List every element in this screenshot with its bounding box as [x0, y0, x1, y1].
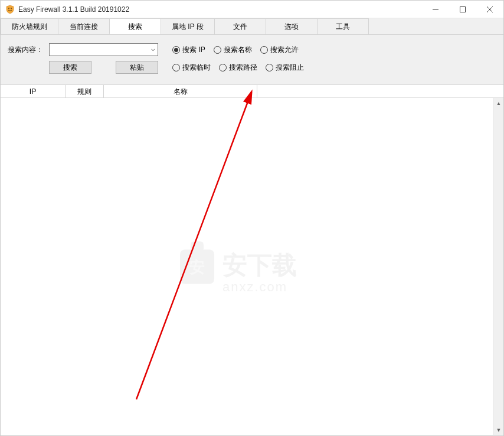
- watermark: 安 安下载 anxz.com: [175, 233, 329, 300]
- table-body: 安 安下载 anxz.com ▲ ▼: [1, 98, 503, 435]
- search-panel: 搜索内容： 搜索 IP 搜索名称 搜索允许 搜索 粘贴 搜索临时: [1, 35, 503, 84]
- window-titlebar: Easy Firewall 3.1.1 Build 20191022: [1, 1, 503, 18]
- window-title: Easy Firewall 3.1.1 Build 20191022: [18, 5, 422, 14]
- close-button[interactable]: [476, 1, 503, 18]
- radio-label: 搜索允许: [270, 45, 299, 55]
- paste-button[interactable]: 粘贴: [116, 61, 158, 74]
- radio-search-name[interactable]: 搜索名称: [214, 45, 252, 55]
- radio-label: 搜索路径: [229, 63, 257, 73]
- search-button[interactable]: 搜索: [49, 61, 91, 74]
- table-header: IP 规则 名称: [1, 85, 503, 98]
- watermark-text: 安下载: [222, 251, 297, 279]
- tab-search[interactable]: 搜索: [109, 18, 161, 34]
- scroll-up-icon: ▲: [494, 98, 503, 108]
- svg-rect-6: [180, 250, 214, 284]
- svg-rect-3: [460, 6, 466, 12]
- tab-ip-ranges[interactable]: 属地 IP 段: [161, 18, 215, 34]
- radio-search-block[interactable]: 搜索阻止: [266, 63, 304, 73]
- radio-label: 搜索临时: [182, 63, 211, 73]
- radio-icon: [172, 46, 180, 54]
- radio-icon: [172, 64, 180, 71]
- radio-label: 搜索 IP: [182, 45, 205, 55]
- column-spacer: [257, 85, 503, 97]
- radio-label: 搜索阻止: [276, 63, 304, 73]
- minimize-button[interactable]: [422, 1, 449, 18]
- main-tabbar: 防火墙规则 当前连接 搜索 属地 IP 段 文件 选项 工具: [1, 18, 503, 35]
- svg-line-10: [136, 92, 251, 399]
- tab-current-connections[interactable]: 当前连接: [58, 18, 110, 34]
- radio-search-path[interactable]: 搜索路径: [219, 63, 257, 73]
- tab-firewall-rules[interactable]: 防火墙规则: [1, 18, 58, 34]
- window-controls: [422, 1, 503, 18]
- radio-label: 搜索名称: [224, 45, 252, 55]
- radio-search-allow[interactable]: 搜索允许: [260, 45, 299, 55]
- search-input-combo[interactable]: [49, 43, 158, 56]
- column-rule[interactable]: 规则: [66, 85, 104, 97]
- app-icon: [5, 5, 15, 14]
- radio-search-ip[interactable]: 搜索 IP: [172, 45, 205, 55]
- radio-icon: [219, 64, 227, 71]
- svg-point-0: [8, 8, 9, 9]
- svg-text:安: 安: [189, 258, 205, 276]
- vertical-scrollbar[interactable]: ▲ ▼: [493, 98, 503, 435]
- maximize-button[interactable]: [449, 1, 476, 18]
- radio-icon: [266, 64, 273, 71]
- watermark-url: anxz.com: [222, 279, 287, 294]
- search-content-label: 搜索内容：: [8, 45, 49, 55]
- results-table: IP 规则 名称 安 安下载 anxz.com: [1, 84, 503, 435]
- radio-icon: [260, 46, 268, 54]
- tab-options[interactable]: 选项: [266, 18, 318, 34]
- svg-point-1: [11, 8, 12, 9]
- radio-search-temp[interactable]: 搜索临时: [172, 63, 211, 73]
- annotation-arrow: [119, 86, 266, 405]
- tab-files[interactable]: 文件: [214, 18, 266, 34]
- column-name[interactable]: 名称: [104, 85, 257, 97]
- scroll-down-icon: ▼: [494, 425, 503, 435]
- radio-icon: [214, 46, 221, 54]
- column-ip[interactable]: IP: [1, 85, 66, 97]
- svg-rect-7: [191, 242, 204, 252]
- tab-tools[interactable]: 工具: [317, 18, 369, 34]
